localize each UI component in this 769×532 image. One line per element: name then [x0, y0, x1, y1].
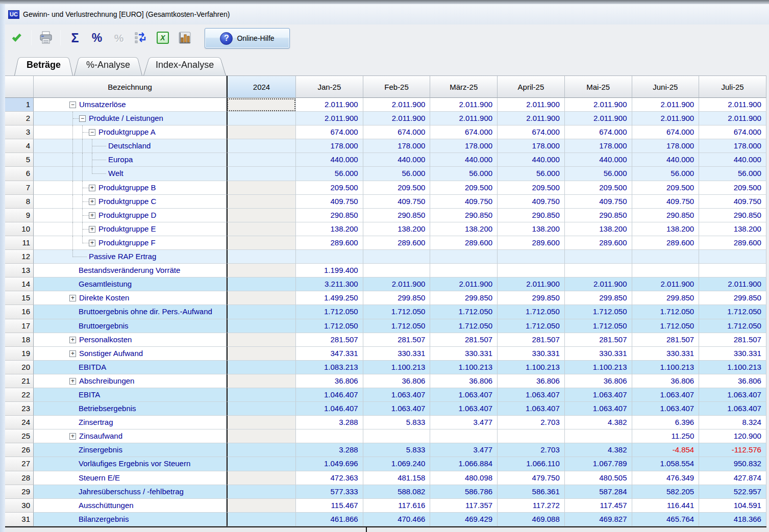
cell-jan-25[interactable]: 3.288: [296, 443, 363, 457]
cell-april-25[interactable]: 56.000: [498, 167, 565, 181]
cell-jan-25[interactable]: 289.600: [296, 236, 363, 250]
cell-jan-25[interactable]: 36.806: [296, 374, 363, 388]
cell-juli-25[interactable]: [699, 264, 766, 277]
row-label-cell[interactable]: Bruttoergebnis ohne dir. Pers.-Aufwand: [34, 305, 227, 319]
cell-2024[interactable]: [227, 181, 296, 195]
cell-juli-25[interactable]: 36.806: [699, 374, 766, 388]
cell-juli-25[interactable]: 1.712.050: [699, 305, 766, 319]
cell-märz-25[interactable]: 299.850: [430, 291, 498, 305]
cell-juni-25[interactable]: 281.507: [632, 333, 700, 347]
cell-feb-25[interactable]: 289.600: [363, 236, 431, 250]
cell-2024[interactable]: [227, 499, 296, 513]
row-number[interactable]: 27: [5, 457, 34, 471]
tree-expand-icon[interactable]: +: [69, 337, 76, 343]
cell-juni-25[interactable]: 36.806: [632, 374, 700, 388]
cell-april-25[interactable]: 330.331: [498, 347, 565, 361]
cell-juni-25[interactable]: 209.500: [632, 181, 700, 195]
row-number[interactable]: 14: [5, 277, 34, 291]
row-number[interactable]: 11: [5, 236, 34, 250]
cell-april-25[interactable]: 117.272: [498, 499, 565, 513]
cell-juli-25[interactable]: 138.200: [699, 222, 766, 236]
cell-jan-25[interactable]: 472.363: [296, 471, 363, 485]
cell-mai-25[interactable]: 2.011.900: [565, 277, 632, 291]
cell-juni-25[interactable]: 138.200: [632, 222, 700, 236]
row-label-cell[interactable]: −Produkte / Leistungen: [34, 112, 227, 125]
cell-juni-25[interactable]: 582.205: [632, 485, 700, 499]
row-label-cell[interactable]: Betriebsergebnis: [34, 402, 227, 416]
cell-juli-25[interactable]: 290.850: [699, 209, 766, 222]
row-number[interactable]: 28: [5, 471, 34, 485]
cell-mai-25[interactable]: 1.712.050: [565, 319, 632, 333]
cell-april-25[interactable]: [498, 264, 565, 277]
column-header-juni-25[interactable]: Juni-25: [632, 75, 700, 98]
cell-jan-25[interactable]: 2.011.900: [296, 112, 363, 125]
cell-mai-25[interactable]: 299.850: [565, 291, 632, 305]
cell-2024[interactable]: [227, 402, 296, 416]
cell-juli-25[interactable]: 209.500: [699, 181, 766, 195]
cell-jan-25[interactable]: 3.288: [296, 416, 363, 429]
column-header-juli-25[interactable]: Juli-25: [699, 75, 766, 98]
confirm-check-button[interactable]: [9, 30, 24, 45]
tree-collapse-icon[interactable]: −: [89, 129, 95, 136]
cell-april-25[interactable]: 409.750: [498, 195, 565, 209]
cell-juli-25[interactable]: 522.957: [699, 485, 766, 499]
cell-mai-25[interactable]: 1.063.407: [565, 402, 632, 416]
cell-juni-25[interactable]: 476.349: [632, 471, 700, 485]
cell-juni-25[interactable]: 674.000: [632, 125, 700, 139]
cell-märz-25[interactable]: 281.507: [430, 333, 498, 347]
cell-mai-25[interactable]: 138.200: [565, 222, 632, 236]
cell-mai-25[interactable]: 2.011.900: [565, 98, 632, 112]
tree-collapse-icon[interactable]: −: [69, 102, 76, 108]
cell-märz-25[interactable]: 138.200: [430, 222, 498, 236]
tab-prozent-analyse[interactable]: %-Analyse: [74, 54, 142, 75]
column-header-märz-25[interactable]: März-25: [430, 75, 498, 98]
cell-2024[interactable]: [227, 443, 296, 457]
cell-märz-25[interactable]: 1.712.050: [430, 305, 498, 319]
row-label-cell[interactable]: Steuern E/E: [34, 471, 227, 485]
cell-mai-25[interactable]: 290.850: [565, 209, 632, 222]
chart-view-button[interactable]: [177, 30, 192, 45]
row-number[interactable]: 18: [5, 333, 34, 347]
excel-export-button[interactable]: X: [155, 30, 170, 45]
cell-juni-25[interactable]: 2.011.900: [632, 98, 700, 112]
row-number[interactable]: 30: [5, 499, 34, 513]
cell-april-25[interactable]: 1.063.407: [498, 388, 565, 402]
row-label-cell[interactable]: Bilanzergebnis: [34, 513, 227, 526]
cell-feb-25[interactable]: 1.063.407: [363, 402, 431, 416]
cell-feb-25[interactable]: 1.063.407: [363, 388, 431, 402]
column-header-mai-25[interactable]: Mai-25: [565, 75, 632, 98]
cell-april-25[interactable]: 1.063.407: [498, 402, 565, 416]
cell-juni-25[interactable]: 299.850: [632, 291, 700, 305]
cell-juni-25[interactable]: 56.000: [632, 167, 700, 181]
cell-märz-25[interactable]: 440.000: [430, 153, 498, 167]
cell-2024[interactable]: [227, 347, 296, 361]
row-label-cell[interactable]: Bestandsveränderung Vorräte: [34, 264, 227, 277]
cell-märz-25[interactable]: 1.100.213: [430, 361, 498, 374]
cell-2024[interactable]: [227, 416, 296, 429]
cell-mai-25[interactable]: 1.712.050: [565, 305, 632, 319]
cell-april-25[interactable]: 586.361: [498, 485, 565, 499]
row-number[interactable]: 25: [5, 429, 34, 443]
cell-feb-25[interactable]: 36.806: [363, 374, 431, 388]
cell-jan-25[interactable]: 577.333: [296, 485, 363, 499]
print-button[interactable]: [38, 30, 54, 45]
cell-feb-25[interactable]: 2.011.900: [363, 98, 431, 112]
row-number[interactable]: 6: [5, 167, 34, 181]
cell-mai-25[interactable]: 587.284: [565, 485, 632, 499]
cell-feb-25[interactable]: 330.331: [363, 347, 431, 361]
tree-expand-icon[interactable]: +: [89, 226, 95, 233]
cell-jan-25[interactable]: 1.712.050: [296, 319, 363, 333]
row-label-cell[interactable]: +Produktgruppe B: [34, 181, 227, 195]
row-number[interactable]: 2: [5, 112, 34, 125]
cell-juli-25[interactable]: 1.063.407: [699, 402, 766, 416]
cell-mai-25[interactable]: 2.011.900: [565, 112, 632, 125]
cell-2024-selected[interactable]: [227, 98, 296, 112]
cell-juni-25[interactable]: 330.331: [632, 347, 700, 361]
row-number[interactable]: 23: [5, 402, 34, 416]
row-label-cell[interactable]: +Abschreibungen: [34, 374, 227, 388]
cell-juli-25[interactable]: 1.100.213: [699, 361, 766, 374]
row-number[interactable]: 15: [5, 291, 34, 305]
cell-juli-25[interactable]: 1.063.407: [699, 388, 766, 402]
cell-2024[interactable]: [227, 250, 296, 264]
cell-feb-25[interactable]: 5.833: [363, 443, 431, 457]
